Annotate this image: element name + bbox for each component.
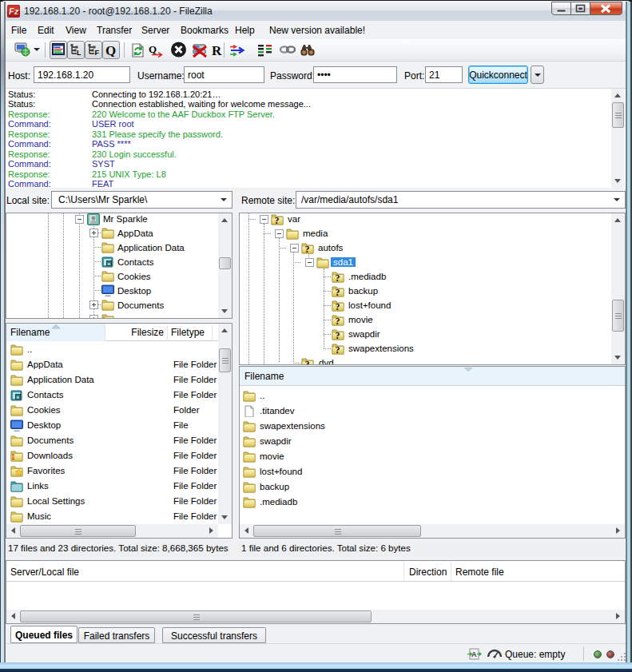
- svg-text:Q: Q: [149, 43, 157, 55]
- svg-text:L: L: [77, 49, 81, 57]
- svg-text:R: R: [212, 43, 222, 58]
- svg-text:Fz: Fz: [9, 6, 19, 16]
- svg-text:F: F: [95, 49, 100, 57]
- svg-text:Q: Q: [105, 43, 116, 57]
- svg-text:A: A: [471, 650, 477, 658]
